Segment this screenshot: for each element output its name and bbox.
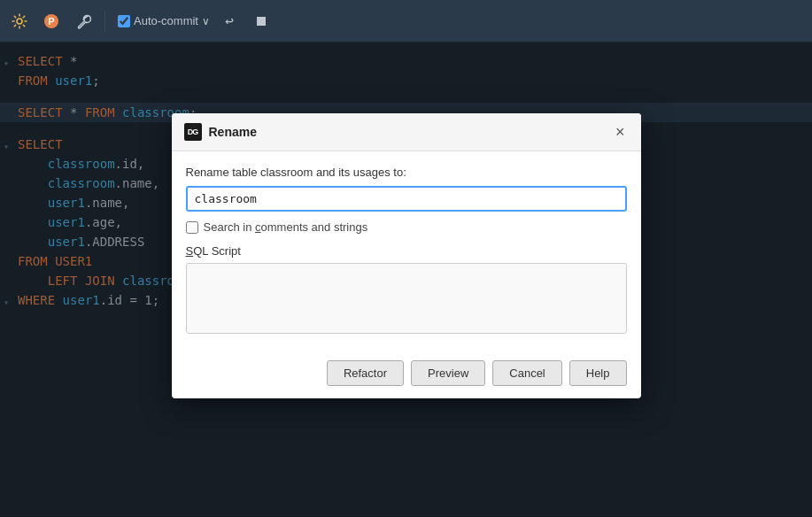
help-button[interactable]: Help <box>569 360 627 386</box>
toolbar: P Auto-commit ∨ ↩ <box>0 0 812 42</box>
dialog-footer: Refactor Preview Cancel Help <box>172 360 641 398</box>
dialog-body: Rename table classroom and its usages to… <box>172 151 641 360</box>
search-comments-label: Search in comments and strings <box>204 220 368 234</box>
svg-point-0 <box>17 19 22 24</box>
autocommit-label: Auto-commit <box>134 14 198 27</box>
dialog-header: DG Rename × <box>172 113 641 151</box>
autocommit-checkbox[interactable] <box>118 15 130 27</box>
autocommit-area: Auto-commit ∨ <box>118 14 210 27</box>
wrench-icon[interactable] <box>71 9 96 34</box>
stop-icon[interactable] <box>249 9 274 34</box>
rename-dialog: DG Rename × Rename table classroom and i… <box>172 113 641 398</box>
dialog-title: Rename <box>209 125 257 139</box>
refactor-button[interactable]: Refactor <box>327 360 404 386</box>
preview-button[interactable]: Preview <box>411 360 485 386</box>
rename-input[interactable] <box>186 186 627 212</box>
code-editor: ▾ SELECT * FROM user1; SELECT * FROM cla… <box>0 42 812 517</box>
svg-rect-3 <box>257 17 266 26</box>
undo-icon[interactable]: ↩ <box>217 9 242 34</box>
search-comments-checkbox[interactable] <box>186 221 198 234</box>
sql-script-label: SQL Script <box>186 244 627 258</box>
dg-logo: DG <box>184 123 202 141</box>
dialog-overlay: DG Rename × Rename table classroom and i… <box>0 42 812 517</box>
close-button[interactable]: × <box>612 122 629 142</box>
svg-text:P: P <box>48 16 54 27</box>
separator-1 <box>104 11 105 32</box>
dialog-header-left: DG Rename <box>184 123 257 141</box>
cancel-button[interactable]: Cancel <box>492 360 561 386</box>
sql-script-area[interactable] <box>186 263 627 334</box>
checkbox-row: Search in comments and strings <box>186 220 627 234</box>
settings-icon[interactable] <box>7 9 32 34</box>
dialog-description: Rename table classroom and its usages to… <box>186 166 627 179</box>
autocommit-chevron[interactable]: ∨ <box>202 15 210 27</box>
p-icon[interactable]: P <box>39 9 64 34</box>
